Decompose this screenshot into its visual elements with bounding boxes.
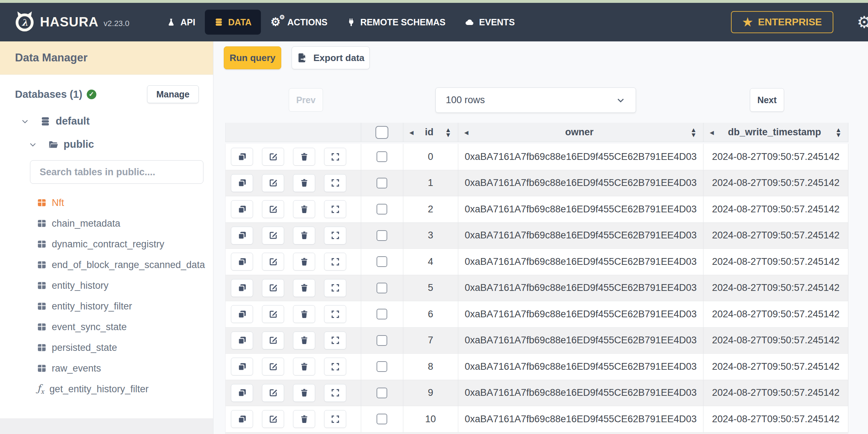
sort-icon[interactable]: ▲▼: [445, 127, 451, 137]
sort-icon[interactable]: ▲▼: [835, 127, 842, 137]
sidebar-table-item[interactable]: ƒx persisted_state: [0, 337, 213, 358]
row-checkbox[interactable]: [377, 204, 387, 215]
edit-row-button[interactable]: [262, 253, 284, 271]
row-checkbox[interactable]: [377, 388, 387, 398]
clone-row-button[interactable]: [231, 358, 253, 375]
expand-row-button[interactable]: [324, 410, 346, 428]
clone-row-button[interactable]: [231, 253, 253, 271]
delete-row-button[interactable]: [293, 227, 315, 244]
plug-icon: [347, 18, 355, 27]
edit-row-button[interactable]: [262, 148, 284, 166]
expand-row-button[interactable]: [324, 358, 346, 375]
delete-row-button[interactable]: [293, 253, 315, 271]
edit-row-button[interactable]: [262, 332, 284, 349]
column-header-db-write-timestamp[interactable]: ◂ db_write_timestamp ▲▼: [703, 123, 848, 142]
tree-node-schema[interactable]: public: [29, 138, 213, 150]
row-checkbox[interactable]: [377, 335, 387, 346]
edit-row-button[interactable]: [262, 410, 284, 428]
prev-page-button[interactable]: Prev: [289, 88, 323, 112]
expand-row-button[interactable]: [324, 174, 346, 192]
main-content: Run query Export data Prev 100 rows Next…: [214, 41, 868, 434]
clone-row-button[interactable]: [231, 410, 253, 428]
clone-row-button[interactable]: [231, 384, 253, 402]
nav-item-events[interactable]: EVENTS: [455, 10, 524, 35]
chevron-down-icon[interactable]: [21, 117, 29, 126]
edit-row-button[interactable]: [262, 227, 284, 244]
sidebar-table-item[interactable]: ƒx entity_history_filter: [0, 296, 213, 317]
delete-row-button[interactable]: [293, 384, 315, 402]
expand-row-button[interactable]: [324, 332, 346, 349]
edit-row-button[interactable]: [262, 358, 284, 375]
edit-row-button[interactable]: [262, 174, 284, 192]
edit-icon: [268, 152, 278, 162]
edit-row-button[interactable]: [262, 305, 284, 323]
nav-item-remote-schemas[interactable]: REMOTE SCHEMAS: [337, 10, 455, 35]
select-all-checkbox[interactable]: [375, 126, 388, 139]
clone-row-button[interactable]: [231, 174, 253, 192]
edit-row-button[interactable]: [262, 279, 284, 297]
rows-per-page-select[interactable]: 100 rows: [435, 87, 636, 113]
clone-row-button[interactable]: [231, 279, 253, 297]
expand-row-button[interactable]: [324, 305, 346, 323]
clone-row-button[interactable]: [231, 200, 253, 218]
enterprise-button[interactable]: ★ ENTERPRISE: [731, 11, 833, 33]
row-checkbox[interactable]: [377, 151, 387, 162]
collapse-column-icon[interactable]: ◂: [410, 128, 414, 136]
next-page-button[interactable]: Next: [750, 88, 784, 112]
delete-row-button[interactable]: [293, 279, 315, 297]
delete-row-button[interactable]: [293, 174, 315, 192]
chevron-down-icon[interactable]: [29, 140, 37, 149]
sidebar-table-item[interactable]: ƒx raw_events: [0, 358, 213, 379]
edit-row-button[interactable]: [262, 200, 284, 218]
sidebar-table-item[interactable]: ƒx end_of_block_range_scanned_data: [0, 254, 213, 275]
clone-row-button[interactable]: [231, 332, 253, 349]
delete-row-button[interactable]: [293, 200, 315, 218]
sort-icon[interactable]: ▲▼: [690, 127, 697, 137]
collapse-column-icon[interactable]: ◂: [465, 128, 469, 136]
delete-row-button[interactable]: [293, 332, 315, 349]
clone-row-button[interactable]: [231, 305, 253, 323]
expand-row-button[interactable]: [324, 148, 346, 166]
expand-row-button[interactable]: [324, 384, 346, 402]
nav-item-actions[interactable]: ⚙⚙ ACTIONS: [261, 10, 337, 35]
row-checkbox[interactable]: [377, 283, 387, 293]
table-item-label: raw_events: [52, 363, 101, 374]
tree-node-database[interactable]: default: [21, 115, 213, 127]
delete-row-button[interactable]: [293, 305, 315, 323]
gear-icon[interactable]: ⚙: [857, 14, 868, 30]
clone-row-button[interactable]: [231, 148, 253, 166]
sidebar-table-item[interactable]: ƒx get_entity_history_filter: [0, 379, 213, 399]
row-checkbox[interactable]: [377, 230, 387, 241]
delete-row-button[interactable]: [293, 148, 315, 166]
nav-item-data[interactable]: DATA: [205, 10, 261, 35]
clone-row-button[interactable]: [231, 227, 253, 244]
row-checkbox[interactable]: [377, 361, 387, 372]
run-query-button[interactable]: Run query: [224, 46, 281, 69]
nav-item-api[interactable]: API: [157, 10, 205, 35]
column-header-id[interactable]: ◂ id ▲▼: [403, 123, 458, 142]
collapse-column-icon[interactable]: ◂: [710, 128, 714, 136]
edit-row-button[interactable]: [262, 384, 284, 402]
expand-row-button[interactable]: [324, 227, 346, 244]
expand-row-button[interactable]: [324, 253, 346, 271]
sidebar-table-item[interactable]: ƒx entity_history: [0, 275, 213, 296]
row-checkbox[interactable]: [377, 178, 387, 188]
row-checkbox[interactable]: [377, 309, 387, 319]
export-data-button[interactable]: Export data: [292, 46, 370, 69]
expand-row-button[interactable]: [324, 200, 346, 218]
delete-row-button[interactable]: [293, 410, 315, 428]
cell-owner: 0xaBA7161A7fb69c88e16ED9f455CE62B791EE4D…: [458, 144, 704, 170]
search-input[interactable]: [30, 160, 203, 184]
row-checkbox[interactable]: [377, 414, 387, 424]
sidebar-table-item[interactable]: ƒx event_sync_state: [0, 317, 213, 337]
sidebar-table-item[interactable]: ƒx Nft: [0, 192, 213, 213]
rows-per-page-value: 100 rows: [446, 95, 485, 106]
expand-row-button[interactable]: [324, 279, 346, 297]
delete-row-button[interactable]: [293, 358, 315, 375]
brand[interactable]: λ HASURA v2.23.0: [14, 11, 129, 33]
manage-button[interactable]: Manage: [147, 85, 199, 103]
row-checkbox[interactable]: [377, 256, 387, 267]
sidebar-table-item[interactable]: ƒx chain_metadata: [0, 213, 213, 234]
column-header-owner[interactable]: ◂ owner ▲▼: [458, 123, 704, 142]
sidebar-table-item[interactable]: ƒx dynamic_contract_registry: [0, 234, 213, 254]
